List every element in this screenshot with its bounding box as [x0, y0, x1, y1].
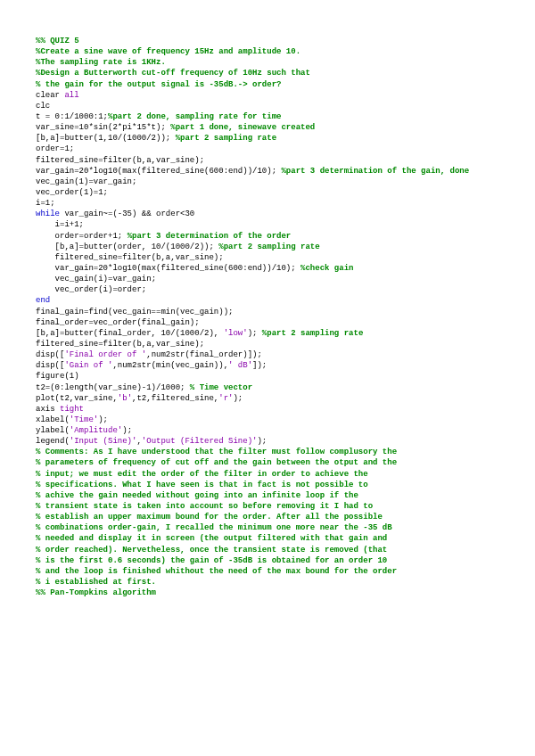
code-token: var_gain~=(-35) && order<30: [64, 210, 194, 218]
code-token: % combinations order-gain, I recalled th…: [36, 523, 392, 532]
code-token: order=1;: [36, 144, 74, 153]
code-token: clear: [36, 91, 64, 100]
code-line: i=1;: [36, 198, 499, 209]
code-line: plot(t2,var_sine,'b',t2,filtered_sine,'r…: [36, 393, 499, 404]
code-token: disp([: [36, 350, 64, 359]
code-token: plot(t2,var_sine,: [36, 394, 118, 403]
code-token: final_order=vec_order(final_gain);: [36, 318, 200, 327]
code-token: 'low': [224, 329, 248, 338]
code-token: filtered_sine=filter(b,a,var_sine);: [36, 156, 204, 165]
code-token: % achive the gain needed without going i…: [36, 491, 358, 500]
code-line: order=order+1; %part 3 determination of …: [36, 231, 499, 242]
code-line: % needed and display it in screen (the o…: [36, 533, 499, 544]
code-token: figure(1): [36, 372, 79, 381]
code-line: % specifications. What I have seen is th…: [36, 480, 499, 490]
code-line: % is the first 0.6 seconds) the gain of …: [36, 555, 499, 566]
code-token: vec_gain(i)=var_gain;: [36, 275, 156, 284]
code-line: % parameters of frequency of cut off and…: [36, 457, 499, 468]
code-token: axis: [36, 405, 60, 414]
code-line: axis tight: [36, 404, 499, 415]
code-token: % order reached). Nervetheless, once the…: [36, 546, 387, 555]
code-token: %part 3 determination of the order: [128, 232, 292, 241]
code-line: % Comments: As I have understood that th…: [36, 447, 499, 457]
code-token: %check gain: [300, 264, 353, 273]
code-token: 'Time': [70, 415, 98, 424]
code-token: xlabel(: [36, 415, 70, 424]
code-token: i=i+1;: [36, 220, 84, 229]
code-token: vec_order(i)=order;: [36, 285, 146, 294]
code-token: );: [248, 329, 262, 338]
code-line: vec_gain(i)=var_gain;: [36, 274, 499, 284]
code-token: [b,a]=butter(1,10/(1000/2));: [36, 134, 176, 143]
code-line: % input; we must edit the order of the f…: [36, 469, 499, 480]
code-line: var_sine=10*sin(2*pi*15*t); %part 1 done…: [36, 122, 499, 133]
code-line: [b,a]=butter(1,10/(1000/2)); %part 2 sam…: [36, 133, 499, 144]
code-token: % the gain for the output signal is -35d…: [36, 80, 281, 89]
code-line: vec_gain(1)=var_gain;: [36, 177, 499, 187]
code-line: ylabel('Amplitude');: [36, 425, 499, 436]
code-line: %The sampling rate is 1KHz.: [36, 57, 499, 68]
code-line: %Design a Butterworth cut-off frequency …: [36, 68, 499, 78]
code-token: tight: [60, 405, 84, 414]
code-line: % and the loop is finished whithout the …: [36, 566, 499, 577]
code-token: %part 1 done, sinewave created: [170, 123, 315, 132]
code-token: %part 2 sampling rate: [218, 242, 319, 251]
code-line: % establish an upper maximum bound for t…: [36, 512, 499, 522]
code-line: t = 0:1/1000:1;%part 2 done, sampling ra…: [36, 111, 499, 122]
code-line: end: [36, 295, 499, 306]
code-line: legend('Input (Sine)','Output (Filtered …: [36, 436, 499, 447]
code-token: ,t2,filtered_sine,: [132, 394, 218, 403]
code-token: var_gain=20*log10(max(filtered_sine(600:…: [36, 167, 281, 176]
code-token: final_gain=find(vec_gain==min(vec_gain))…: [36, 308, 233, 316]
code-line: disp(['Gain of ',num2str(min(vec_gain)),…: [36, 360, 499, 371]
code-token: %part 3 determination of the gain, done: [281, 167, 469, 176]
code-token: 'r': [218, 394, 233, 403]
code-line: var_gain=20*log10(max(filtered_sine(600:…: [36, 263, 499, 274]
code-token: %% QUIZ 5: [36, 37, 79, 45]
code-token: % parameters of frequency of cut off and…: [36, 458, 397, 467]
code-token: % is the first 0.6 seconds) the gain of …: [36, 556, 387, 565]
code-line: % the gain for the output signal is -35d…: [36, 79, 499, 90]
code-line: order=1;: [36, 144, 499, 154]
code-token: ylabel(: [36, 426, 70, 435]
code-line: %% Pan-Tompkins algorithm: [36, 588, 499, 598]
code-token: i=1;: [36, 199, 55, 208]
code-token: order=order+1;: [36, 232, 128, 241]
code-token: ]);: [252, 361, 267, 370]
code-token: var_gain=20*log10(max(filtered_sine(600:…: [36, 264, 300, 273]
code-token: );: [257, 437, 267, 446]
code-line: % transient state is taken into account …: [36, 501, 499, 512]
code-token: % specifications. What I have seen is th…: [36, 481, 368, 489]
code-line: i=i+1;: [36, 219, 499, 230]
code-token: % Comments: As I have understood that th…: [36, 448, 397, 456]
code-token: filtered_sine=filter(b,a,var_sine);: [36, 340, 204, 349]
code-token: % needed and display it in screen (the o…: [36, 534, 387, 543]
code-line: var_gain=20*log10(max(filtered_sine(600:…: [36, 166, 499, 177]
code-line: [b,a]=butter(final_order, 10/(1000/2), '…: [36, 328, 499, 339]
code-line: disp(['Final order of ',num2str(final_or…: [36, 349, 499, 360]
code-token: var_sine=10*sin(2*pi*15*t);: [36, 123, 170, 132]
code-line: filtered_sine=filter(b,a,var_sine);: [36, 252, 499, 263]
code-line: % i established at first.: [36, 577, 499, 588]
code-token: legend(: [36, 437, 70, 446]
code-line: xlabel('Time');: [36, 415, 499, 425]
code-line: t2=(0:length(var_sine)-1)/1000; % Time v…: [36, 382, 499, 393]
code-token: % i established at first.: [36, 578, 156, 587]
code-token: end: [36, 296, 50, 305]
code-token: %part 2 sampling rate: [176, 134, 276, 143]
code-token: filtered_sine=filter(b,a,var_sine);: [36, 253, 224, 262]
code-line: clear all: [36, 90, 499, 101]
code-line: final_order=vec_order(final_gain);: [36, 317, 499, 328]
code-line: final_gain=find(vec_gain==min(vec_gain))…: [36, 307, 499, 317]
code-token: );: [233, 394, 243, 403]
code-token: 'Amplitude': [70, 426, 122, 435]
code-block: %% QUIZ 5%Create a sine wave of frequenc…: [36, 36, 499, 598]
code-token: ' dB': [228, 361, 252, 370]
code-line: clc: [36, 101, 499, 111]
code-token: );: [122, 426, 132, 435]
code-token: [b,a]=butter(final_order, 10/(1000/2),: [36, 329, 224, 338]
code-token: % Time vector: [190, 383, 252, 392]
code-token: t = 0:1/1000:1;: [36, 112, 108, 121]
code-line: [b,a]=butter(order, 10/(1000/2)); %part …: [36, 242, 499, 252]
code-token: 'Gain of ': [64, 361, 112, 370]
